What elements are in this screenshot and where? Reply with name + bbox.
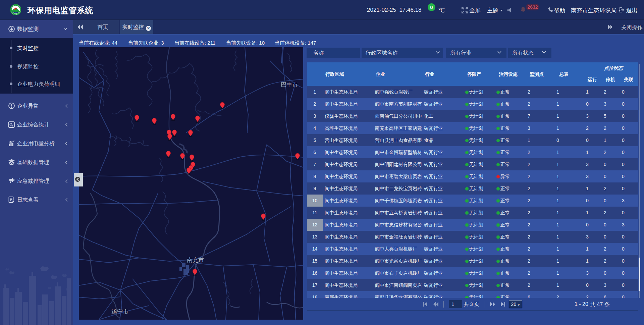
svg-text:巴中市: 巴中市 (281, 82, 298, 88)
svg-text:遂宁市: 遂宁市 (111, 309, 128, 315)
svg-text:南充市: 南充市 (187, 257, 204, 263)
